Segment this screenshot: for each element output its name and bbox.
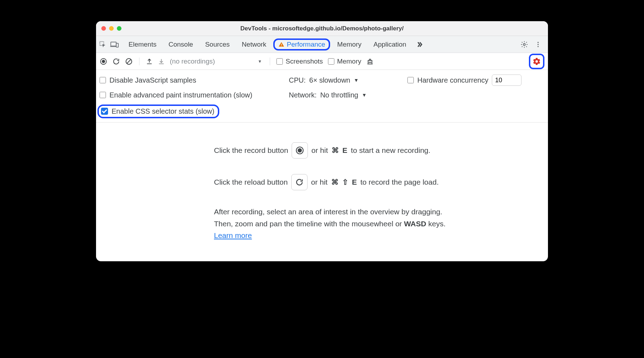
screenshots-label: Screenshots	[286, 58, 323, 65]
clear-icon[interactable]	[125, 58, 133, 65]
screenshots-checkbox[interactable]: Screenshots	[276, 58, 323, 65]
svg-line-13	[127, 59, 131, 63]
window-titlebar: DevTools - microsoftedge.github.io/Demos…	[96, 21, 548, 36]
upload-profile-icon[interactable]	[146, 58, 153, 65]
recordings-placeholder: (no recordings)	[170, 58, 215, 65]
performance-toolbar: (no recordings) ▼ Screenshots Memory	[96, 53, 548, 70]
svg-rect-4	[281, 43, 282, 45]
device-toolbar-icon[interactable]	[110, 41, 119, 48]
svg-point-15	[298, 149, 302, 152]
network-value: No throttling	[320, 91, 358, 99]
reload-hint: Click the reload button or hit ⌘ ⇧ E to …	[214, 174, 439, 190]
instructions-paragraph: After recording, select an area of inter…	[214, 206, 446, 241]
svg-point-9	[537, 46, 538, 47]
svg-point-8	[537, 44, 538, 45]
tab-sources[interactable]: Sources	[200, 38, 235, 50]
inspect-element-icon[interactable]	[99, 41, 107, 48]
minimize-window-button[interactable]	[109, 26, 114, 31]
devtools-window: DevTools - microsoftedge.github.io/Demos…	[96, 21, 548, 261]
tab-memory[interactable]: Memory	[332, 38, 366, 50]
learn-more-link[interactable]: Learn more	[214, 231, 252, 239]
record-hint: Click the record button or hit ⌘ E to st…	[214, 142, 430, 159]
devtools-tabbar: Elements Console Sources Network Perform…	[96, 36, 548, 53]
enable-css-checkbox[interactable]	[101, 108, 108, 115]
capture-settings-panel: Disable JavaScript samples CPU: 6× slowd…	[96, 70, 548, 123]
cpu-throttling-select[interactable]: 6× slowdown ▼	[309, 76, 359, 84]
download-profile-icon[interactable]	[158, 58, 165, 65]
memory-checkbox-input[interactable]	[328, 58, 334, 65]
tab-performance[interactable]: Performance	[273, 38, 330, 50]
tab-network[interactable]: Network	[237, 38, 272, 50]
svg-rect-1	[111, 42, 116, 46]
tab-elements[interactable]: Elements	[124, 38, 161, 50]
reload-record-icon[interactable]	[112, 58, 120, 65]
network-label: Network:	[289, 91, 317, 99]
capture-settings-button[interactable]	[529, 54, 544, 69]
svg-rect-3	[116, 43, 118, 47]
traffic-lights	[96, 26, 121, 31]
enable-paint-checkbox[interactable]	[100, 92, 106, 98]
warning-icon	[278, 41, 285, 48]
performance-empty-state: Click the record button or hit ⌘ E to st…	[96, 123, 548, 261]
memory-label: Memory	[337, 58, 362, 65]
hardware-concurrency-option[interactable]: Hardware concurrency	[407, 74, 521, 86]
hardware-concurrency-label: Hardware concurrency	[417, 76, 488, 84]
svg-point-6	[523, 43, 525, 46]
gear-icon	[532, 57, 541, 66]
hardware-concurrency-input[interactable]	[492, 74, 521, 86]
disable-js-label: Disable JavaScript samples	[109, 76, 196, 84]
kebab-menu-icon[interactable]	[533, 41, 543, 48]
recordings-dropdown[interactable]: (no recordings) ▼	[170, 58, 263, 65]
tab-performance-label: Performance	[287, 41, 325, 48]
more-tabs-icon[interactable]	[413, 41, 425, 48]
enable-css-label: Enable CSS selector stats (slow)	[112, 107, 214, 115]
enable-paint-label: Enable advanced paint instrumentation (s…	[109, 91, 252, 99]
cpu-label: CPU:	[289, 76, 306, 84]
tab-application[interactable]: Application	[369, 38, 411, 50]
reload-button-visual[interactable]	[291, 174, 308, 190]
close-window-button[interactable]	[101, 26, 106, 31]
svg-point-7	[537, 42, 538, 43]
memory-checkbox[interactable]: Memory	[328, 58, 362, 65]
settings-gear-icon[interactable]	[520, 41, 528, 48]
tab-console[interactable]: Console	[163, 38, 198, 50]
svg-rect-5	[281, 46, 282, 46]
disable-js-checkbox[interactable]	[100, 77, 106, 83]
chevron-down-icon: ▼	[258, 59, 262, 64]
enable-css-selector-stats-option[interactable]: Enable CSS selector stats (slow)	[97, 105, 219, 118]
svg-point-11	[102, 60, 105, 62]
network-throttling-select[interactable]: No throttling ▼	[320, 91, 367, 99]
cpu-value: 6× slowdown	[309, 76, 350, 84]
hardware-concurrency-checkbox[interactable]	[407, 77, 414, 83]
collect-garbage-icon[interactable]	[366, 58, 374, 65]
window-title: DevTools - microsoftedge.github.io/Demos…	[96, 25, 548, 32]
zoom-window-button[interactable]	[117, 26, 121, 31]
chevron-down-icon: ▼	[362, 92, 367, 98]
screenshots-checkbox-input[interactable]	[276, 58, 283, 65]
enable-paint-instrumentation-option[interactable]: Enable advanced paint instrumentation (s…	[100, 91, 276, 99]
record-button-visual[interactable]	[292, 142, 308, 159]
record-button-icon[interactable]	[100, 58, 107, 65]
chevron-down-icon: ▼	[354, 77, 359, 83]
disable-js-samples-option[interactable]: Disable JavaScript samples	[100, 76, 276, 84]
